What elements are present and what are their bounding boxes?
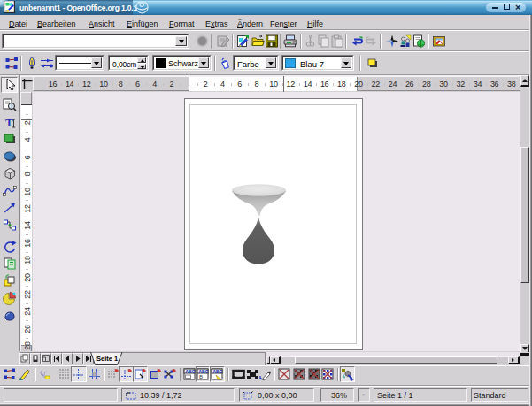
svg-text:ABC: ABC [199, 369, 209, 374]
svg-text:B: B [199, 374, 203, 379]
svg-text:ABC: ABC [213, 369, 223, 374]
svg-text:T: T [5, 116, 13, 129]
svg-text:ABC: ABC [186, 369, 196, 374]
